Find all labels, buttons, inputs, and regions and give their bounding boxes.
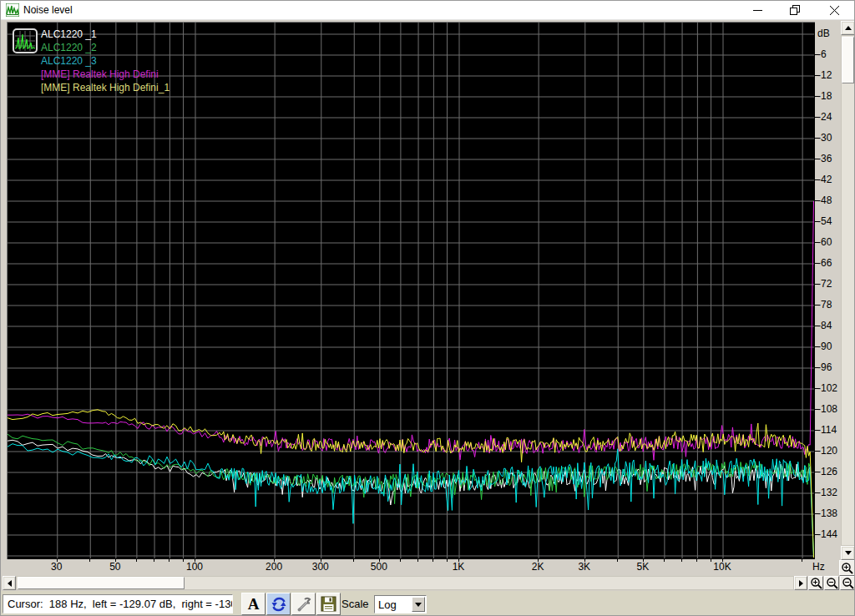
frequency-tick-mark bbox=[400, 558, 401, 562]
frequency-tick-mark bbox=[169, 558, 169, 562]
frequency-tick-mark bbox=[711, 558, 711, 562]
magnifier-plus-icon bbox=[841, 562, 853, 574]
hscroll-track[interactable] bbox=[16, 576, 794, 590]
frequency-tick-label: 3K bbox=[578, 561, 590, 573]
frequency-tick-label: 1K bbox=[453, 561, 465, 573]
db-tick-label: -12 bbox=[817, 69, 832, 81]
db-tick-mark bbox=[815, 513, 818, 514]
db-tick-label: -120 bbox=[817, 445, 837, 457]
window-title: Noise level bbox=[23, 4, 73, 16]
db-tick-mark bbox=[815, 346, 818, 347]
legend-item: [MME] Realtek High Defini bbox=[41, 68, 169, 81]
font-button[interactable]: A bbox=[241, 593, 266, 615]
frequency-tick-mark bbox=[617, 558, 618, 562]
db-tick-mark bbox=[815, 263, 818, 264]
db-tick-mark bbox=[815, 242, 818, 243]
frequency-tick-mark bbox=[696, 558, 697, 562]
vscroll-down-button[interactable] bbox=[841, 546, 855, 560]
magnifier-plus-icon bbox=[810, 577, 822, 589]
zoom-in-vertical-button[interactable] bbox=[839, 560, 855, 576]
spectrum-chart bbox=[8, 23, 814, 558]
frequency-tick-mark bbox=[136, 558, 137, 562]
db-tick-label: -138 bbox=[817, 507, 837, 519]
db-tick-label: -96 bbox=[817, 361, 832, 373]
db-tick-mark bbox=[815, 451, 818, 452]
hscroll-right-button[interactable] bbox=[794, 576, 807, 590]
db-tick-label: -126 bbox=[817, 466, 837, 477]
db-tick-label: -78 bbox=[817, 299, 832, 311]
db-axis: dB-6-12-18-24-30-36-42-48-54-60-66-72-78… bbox=[815, 22, 841, 578]
frequency-tick-mark bbox=[417, 558, 418, 562]
refresh-button[interactable] bbox=[266, 593, 291, 615]
legend-item: ALC1220 _1 bbox=[41, 28, 169, 41]
restore-button[interactable] bbox=[778, 1, 812, 19]
save-button[interactable] bbox=[316, 593, 341, 615]
vscroll-thumb[interactable] bbox=[842, 37, 854, 83]
frequency-axis: 30501002003005001K2K3K5K10KHz bbox=[1, 558, 841, 576]
frequency-tick-mark bbox=[447, 558, 448, 562]
db-tick-mark bbox=[815, 75, 818, 76]
vscroll-up-button[interactable] bbox=[841, 21, 855, 35]
scale-dropdown-button[interactable] bbox=[412, 597, 425, 612]
db-tick-mark bbox=[815, 492, 818, 493]
vscroll-track[interactable] bbox=[841, 35, 855, 546]
db-tick-mark bbox=[815, 534, 818, 535]
close-button[interactable] bbox=[817, 1, 851, 19]
scale-value: Log bbox=[378, 598, 397, 611]
spectrum-mini-icon bbox=[15, 31, 35, 51]
frequency-tick-label: 10K bbox=[713, 561, 731, 573]
frequency-tick-mark bbox=[433, 558, 433, 562]
scale-label: Scale bbox=[341, 598, 369, 610]
spectrum-curve bbox=[8, 201, 814, 460]
magnifier-minus-icon bbox=[842, 577, 854, 589]
db-tick-mark bbox=[815, 409, 818, 410]
db-tick-label: -102 bbox=[817, 382, 837, 394]
db-tick-label: -36 bbox=[817, 153, 832, 164]
magnifier-minus-icon bbox=[826, 577, 838, 589]
spectrum-plot[interactable]: ALC1220 _1ALC1220 _2ALC1220 _3[MME] Real… bbox=[7, 22, 815, 559]
refresh-icon bbox=[271, 596, 287, 613]
db-tick-label: -66 bbox=[817, 257, 832, 269]
settings-button[interactable] bbox=[291, 593, 316, 615]
frequency-tick-mark bbox=[353, 558, 354, 562]
legend-item: ALC1220 _3 bbox=[41, 54, 169, 68]
titlebar[interactable]: Noise level bbox=[1, 1, 854, 20]
db-tick-label: dB bbox=[817, 28, 830, 39]
frequency-tick-mark bbox=[183, 558, 184, 562]
arrow-up-icon bbox=[845, 26, 852, 30]
close-icon bbox=[830, 6, 839, 15]
wrench-icon bbox=[296, 596, 312, 613]
db-tick-label: -84 bbox=[817, 320, 832, 331]
zoom-in-horizontal-button[interactable] bbox=[808, 576, 823, 590]
app-icon bbox=[6, 3, 19, 17]
frequency-tick-label: 50 bbox=[109, 561, 120, 573]
zoom-out-vertical-button[interactable] bbox=[840, 576, 855, 590]
zoom-out-horizontal-button[interactable] bbox=[824, 576, 839, 590]
db-tick-mark bbox=[815, 96, 818, 97]
db-tick-mark bbox=[815, 221, 818, 222]
frequency-tick-label: 200 bbox=[266, 561, 282, 573]
db-tick-label: -108 bbox=[817, 403, 837, 415]
frequency-tick-mark bbox=[89, 558, 90, 562]
db-tick-label: -6 bbox=[817, 48, 827, 60]
db-tick-label: -24 bbox=[817, 111, 832, 123]
cursor-status-box: Cursor: 188 Hz, left = -129.07 dB, right… bbox=[3, 594, 233, 613]
db-tick-label: -60 bbox=[817, 236, 832, 248]
scale-combobox[interactable]: Log bbox=[374, 595, 427, 613]
legend-toggle-button[interactable] bbox=[13, 28, 38, 53]
arrow-left-icon bbox=[8, 580, 12, 587]
db-tick-label: -30 bbox=[817, 132, 832, 144]
client-area: ALC1220 _1ALC1220 _2ALC1220 _3[MME] Real… bbox=[1, 20, 854, 615]
spectrum-curve bbox=[8, 444, 814, 558]
db-tick-label: -42 bbox=[817, 174, 832, 185]
db-tick-label: -72 bbox=[817, 278, 832, 290]
db-tick-label: -114 bbox=[817, 424, 837, 436]
db-tick-label: -18 bbox=[817, 90, 832, 102]
minimize-button[interactable] bbox=[741, 1, 774, 19]
hscroll-thumb[interactable] bbox=[18, 577, 185, 589]
frequency-tick-mark bbox=[681, 558, 682, 562]
db-tick-mark bbox=[815, 159, 818, 159]
db-tick-label: -90 bbox=[817, 341, 832, 352]
hscroll-left-button[interactable] bbox=[3, 576, 16, 590]
minimize-icon bbox=[753, 6, 762, 15]
